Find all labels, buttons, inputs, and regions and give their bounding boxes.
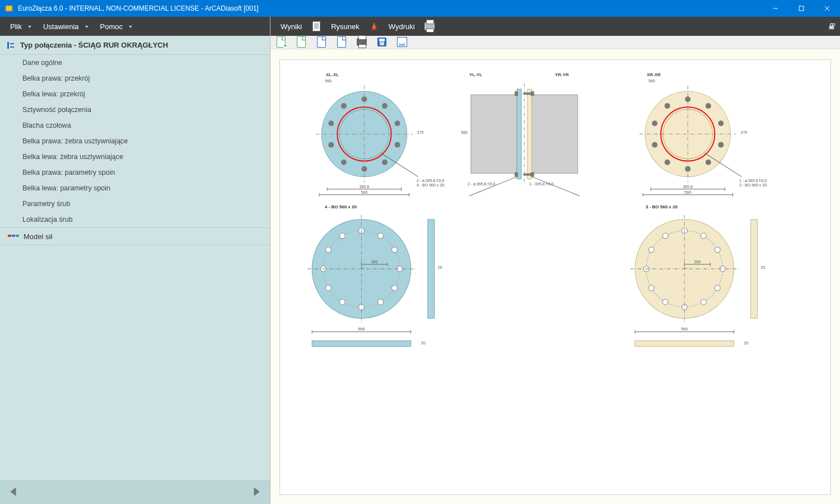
svg-text:560: 560 bbox=[358, 327, 365, 331]
menu-wydruki[interactable]: Wydruki bbox=[383, 17, 421, 36]
toolbar-zoom-page[interactable] bbox=[315, 36, 328, 48]
nav-item-belka-lewa-przekroj[interactable]: Belka lewa: przekrój bbox=[0, 86, 270, 102]
nav-item-belka-prawa-zebra[interactable]: Belka prawa: żebra usztywniające bbox=[0, 133, 270, 149]
menu-label: Ustawienia bbox=[43, 22, 79, 31]
nav-item-belka-prawa-przekroj[interactable]: Belka prawa: przekrój bbox=[0, 71, 270, 86]
caret-down-icon bbox=[85, 22, 89, 31]
svg-text:395.8: 395.8 bbox=[683, 184, 693, 188]
svg-point-63 bbox=[652, 142, 657, 147]
svg-rect-10 bbox=[16, 235, 19, 237]
menu-label: Rysunek bbox=[331, 22, 360, 31]
nav-item-blacha-czolowa[interactable]: Blacha czołowa bbox=[0, 118, 270, 133]
menu-pomoc[interactable]: Pomoc bbox=[95, 17, 138, 36]
menu-label: Pomoc bbox=[100, 22, 123, 31]
svg-rect-5 bbox=[7, 42, 9, 49]
nav-item-parametry-srub[interactable]: Parametry śrub bbox=[0, 196, 270, 212]
menu-plik[interactable]: Plik bbox=[4, 17, 38, 36]
svg-text:+: + bbox=[684, 267, 687, 270]
model-sil-icon bbox=[8, 232, 19, 240]
leader-tl-b: 4 - BO 560 x 20 bbox=[417, 183, 444, 187]
wydruki-icon bbox=[424, 21, 435, 32]
svg-rect-46 bbox=[515, 172, 518, 176]
close-button[interactable] bbox=[814, 0, 840, 17]
svg-text:560: 560 bbox=[681, 327, 688, 331]
menu-rysunek[interactable]: Rysunek bbox=[325, 17, 365, 36]
nav-item-label: Belka lewa: żebra usztywniające bbox=[22, 153, 123, 161]
lock-icon[interactable] bbox=[828, 22, 836, 30]
drawing-canvas[interactable]: 395.8560560275560395.8560560275+20020560… bbox=[279, 59, 831, 495]
svg-rect-45 bbox=[523, 92, 533, 95]
nav-footer bbox=[0, 480, 270, 504]
toolbar-page[interactable] bbox=[295, 36, 307, 48]
nav-item-label: Blacha czołowa bbox=[22, 122, 71, 129]
svg-rect-41 bbox=[517, 89, 521, 179]
nav-item-label: Belka lewa: przekrój bbox=[22, 90, 85, 98]
svg-point-60 bbox=[706, 159, 711, 165]
toolbar-new-page[interactable] bbox=[275, 36, 287, 48]
svg-rect-153 bbox=[751, 220, 758, 319]
prev-button[interactable] bbox=[8, 486, 19, 500]
svg-text:560: 560 bbox=[684, 190, 691, 194]
toolbar-save[interactable] bbox=[376, 36, 388, 48]
svg-point-57 bbox=[706, 103, 711, 109]
leader-m-b: 1 - 395.8 f:0.0 bbox=[529, 182, 553, 186]
svg-rect-118 bbox=[312, 340, 411, 346]
svg-rect-2 bbox=[799, 6, 804, 11]
svg-rect-42 bbox=[528, 89, 532, 179]
window-title: EuroZłącza 6.0 - INTERNAL, NON-COMMERCIA… bbox=[18, 4, 259, 12]
svg-rect-6 bbox=[10, 43, 14, 44]
toolbar-print[interactable] bbox=[356, 36, 368, 48]
next-button[interactable] bbox=[251, 486, 262, 500]
svg-text:20: 20 bbox=[761, 265, 766, 269]
nav-header-label: Typ połączenia - ŚCIĄG RUR OKRĄGŁYCH bbox=[20, 41, 168, 49]
nav-section-model-sil[interactable]: Model sił bbox=[0, 227, 270, 245]
nav-item-belka-lewa-spoiny[interactable]: Belka lewa: parametry spoin bbox=[0, 180, 270, 196]
right-menu-bar: Wyniki Rysunek Wydruki bbox=[270, 17, 840, 36]
left-menu-bar: Plik Ustawienia Pomoc bbox=[0, 17, 270, 36]
leader-m-a: 2 - a:395.8 f:0.0 bbox=[468, 182, 495, 186]
nav-item-label: Dane ogólne bbox=[22, 59, 62, 67]
caret-down-icon bbox=[27, 22, 32, 31]
svg-rect-43 bbox=[515, 91, 518, 96]
nav-item-label: Belka prawa: przekrój bbox=[22, 74, 90, 82]
svg-rect-11 bbox=[829, 26, 834, 29]
svg-rect-39 bbox=[471, 95, 517, 173]
wyniki-icon bbox=[311, 21, 322, 32]
toolbar-dxf[interactable]: DXF bbox=[396, 36, 408, 48]
nav-list: Dane ogólne Belka prawa: przekrój Belka … bbox=[0, 55, 270, 480]
view-label-xl: XL-XL bbox=[326, 72, 339, 77]
svg-text:560: 560 bbox=[361, 190, 368, 194]
svg-point-19 bbox=[395, 142, 400, 147]
nav-item-lokalizacja-srub[interactable]: Lokalizacja śrub bbox=[0, 212, 270, 227]
caret-down-icon bbox=[128, 22, 133, 31]
maximize-button[interactable] bbox=[788, 0, 814, 17]
menu-ustawienia[interactable]: Ustawienia bbox=[38, 17, 95, 36]
nav-item-belka-prawa-spoiny[interactable]: Belka prawa: parametry spoin bbox=[0, 165, 270, 180]
app-icon bbox=[3, 3, 15, 14]
svg-text:560: 560 bbox=[461, 130, 468, 134]
menu-wyniki[interactable]: Wyniki bbox=[275, 17, 307, 36]
drawing-toolbar: DXF bbox=[270, 36, 840, 49]
nav-header[interactable]: Typ połączenia - ŚCIĄG RUR OKRĄGŁYCH bbox=[0, 36, 270, 55]
svg-rect-7 bbox=[10, 46, 14, 48]
svg-text:275: 275 bbox=[417, 130, 424, 134]
right-panel: Wyniki Rysunek Wydruki bbox=[270, 17, 840, 504]
nav-item-belka-lewa-zebra[interactable]: Belka lewa: żebra usztywniające bbox=[0, 149, 270, 165]
nav-item-label: Lokalizacja śrub bbox=[22, 216, 73, 223]
view-label-yr: YR-YR bbox=[555, 72, 569, 77]
svg-rect-40 bbox=[532, 95, 578, 173]
menu-label: Wyniki bbox=[281, 22, 302, 31]
minimize-button[interactable] bbox=[763, 0, 788, 17]
nav-item-sztywnosc[interactable]: Sztywność połączenia bbox=[0, 102, 270, 118]
leader-tl-a: 2 - a:395.8 f:0.0 bbox=[417, 179, 444, 183]
view-label-yl: YL-YL bbox=[469, 72, 482, 77]
plate-title-left: 4 - BO 560 x 20 bbox=[325, 204, 357, 209]
svg-text:200: 200 bbox=[694, 260, 701, 264]
nav-item-dane-ogolne[interactable]: Dane ogólne bbox=[0, 55, 270, 71]
toolbar-magnify-page[interactable] bbox=[335, 36, 348, 48]
svg-text:275: 275 bbox=[741, 130, 748, 134]
rysunek-icon bbox=[368, 21, 380, 32]
plate-title-right: 3 - BO 560 x 20 bbox=[646, 204, 678, 209]
svg-point-65 bbox=[665, 103, 670, 109]
left-panel: Plik Ustawienia Pomoc Typ połączenia - Ś… bbox=[0, 17, 270, 504]
